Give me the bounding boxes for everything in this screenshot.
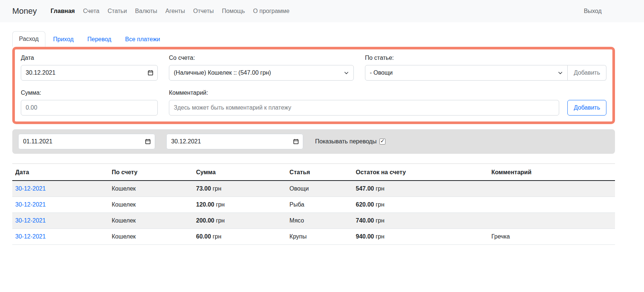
amount-label: Сумма: — [21, 90, 158, 96]
nav-item-o-programme[interactable]: О программе — [249, 5, 294, 17]
nav-item-glavnaya[interactable]: Главная — [47, 5, 79, 17]
tab-prihod[interactable]: Приход — [47, 32, 80, 47]
payment-date-link[interactable]: 30-12-2021 — [15, 201, 46, 208]
cell-comment — [488, 197, 615, 213]
account-select-value: (Наличные) Кошелек :: (547.00 грн) — [174, 69, 271, 76]
logout-link[interactable]: Выход — [584, 8, 602, 14]
cell-amount: 120.00 грн — [193, 197, 286, 213]
tab-vse-platezhi[interactable]: Все платежи — [119, 32, 166, 47]
header-article: Статья — [286, 164, 353, 181]
article-select[interactable]: - Овощи — [365, 65, 568, 81]
show-transfers-checkbox[interactable] — [379, 139, 385, 145]
cell-amount: 73.00 грн — [193, 181, 286, 197]
cell-account: Кошелек — [109, 213, 193, 229]
nav-item-pomosch[interactable]: Помощь — [218, 5, 249, 17]
main-content: Расход Приход Перевод Все платежи Дата С… — [12, 31, 615, 245]
tab-perevod[interactable]: Перевод — [81, 32, 117, 47]
table-header-row: Дата По счету Сумма Статья Остаток на сч… — [12, 164, 615, 181]
cell-balance: 940.00 грн — [353, 229, 488, 245]
cell-balance: 547.00 грн — [353, 181, 488, 197]
cell-article: Крупы — [286, 229, 353, 245]
chevron-down-icon — [344, 70, 349, 75]
nav-item-scheta[interactable]: Счета — [79, 5, 103, 17]
payment-type-tabs: Расход Приход Перевод Все платежи — [12, 31, 615, 47]
comment-input[interactable] — [169, 100, 559, 116]
amount-input[interactable] — [21, 100, 158, 116]
header-comment: Комментарий — [488, 164, 615, 181]
article-select-value: - Овощи — [370, 69, 393, 76]
show-transfers-label: Показывать переводы — [315, 138, 377, 145]
cell-article: Овощи — [286, 181, 353, 197]
account-select[interactable]: (Наличные) Кошелек :: (547.00 грн) — [169, 65, 354, 81]
nav-item-valyuty[interactable]: Валюты — [131, 5, 161, 17]
brand-logo[interactable]: Money — [12, 6, 37, 16]
header-date: Дата — [12, 164, 109, 181]
table-row: 30-12-2021 Кошелек 200.00 грн Мясо 740.0… — [12, 213, 615, 229]
cell-comment: Гречка — [488, 229, 615, 245]
period-filter-bar: Показывать переводы — [12, 129, 615, 154]
table-row: 30-12-2021 Кошелек 73.00 грн Овощи 547.0… — [12, 181, 615, 197]
cell-balance: 740.00 грн — [353, 213, 488, 229]
header-amount: Сумма — [193, 164, 286, 181]
cell-amount: 60.00 грн — [193, 229, 286, 245]
filter-date-to-input[interactable] — [166, 134, 303, 149]
article-label: По статье: — [365, 55, 606, 61]
cell-comment — [488, 181, 615, 197]
top-navbar: Money Главная Счета Статьи Валюты Агенты… — [0, 0, 644, 22]
add-payment-button[interactable]: Добавить — [567, 100, 606, 116]
payment-date-input[interactable] — [21, 65, 158, 81]
chevron-down-icon — [558, 70, 563, 75]
nav-item-otchety[interactable]: Отчеты — [189, 5, 218, 17]
header-balance: Остаток на счету — [353, 164, 488, 181]
comment-label: Комментарий: — [169, 90, 559, 96]
cell-account: Кошелек — [109, 197, 193, 213]
payments-table: Дата По счету Сумма Статья Остаток на сч… — [12, 164, 615, 245]
nav-item-stati[interactable]: Статьи — [103, 5, 131, 17]
tab-rashod[interactable]: Расход — [12, 31, 45, 47]
payment-date-link[interactable]: 30-12-2021 — [15, 185, 46, 192]
nav-item-agenty[interactable]: Агенты — [161, 5, 189, 17]
cell-article: Рыба — [286, 197, 353, 213]
cell-amount: 200.00 грн — [193, 213, 286, 229]
cell-comment — [488, 213, 615, 229]
main-nav: Главная Счета Статьи Валюты Агенты Отчет… — [47, 5, 294, 17]
header-account: По счету — [109, 164, 193, 181]
payment-date-link[interactable]: 30-12-2021 — [15, 233, 46, 240]
date-label: Дата — [21, 55, 158, 61]
payment-date-link[interactable]: 30-12-2021 — [15, 217, 46, 224]
table-row: 30-12-2021 Кошелек 120.00 грн Рыба 620.0… — [12, 197, 615, 213]
cell-account: Кошелек — [109, 181, 193, 197]
table-row: 30-12-2021 Кошелек 60.00 грн Крупы 940.0… — [12, 229, 615, 245]
cell-account: Кошелек — [109, 229, 193, 245]
filter-date-from-input[interactable] — [18, 134, 155, 149]
new-payment-form: Дата Со счета: (Наличные) Кошелек :: (54… — [12, 47, 615, 124]
cell-article: Мясо — [286, 213, 353, 229]
cell-balance: 620.00 грн — [353, 197, 488, 213]
add-article-button[interactable]: Добавить — [568, 65, 606, 81]
account-label: Со счета: — [169, 55, 354, 61]
